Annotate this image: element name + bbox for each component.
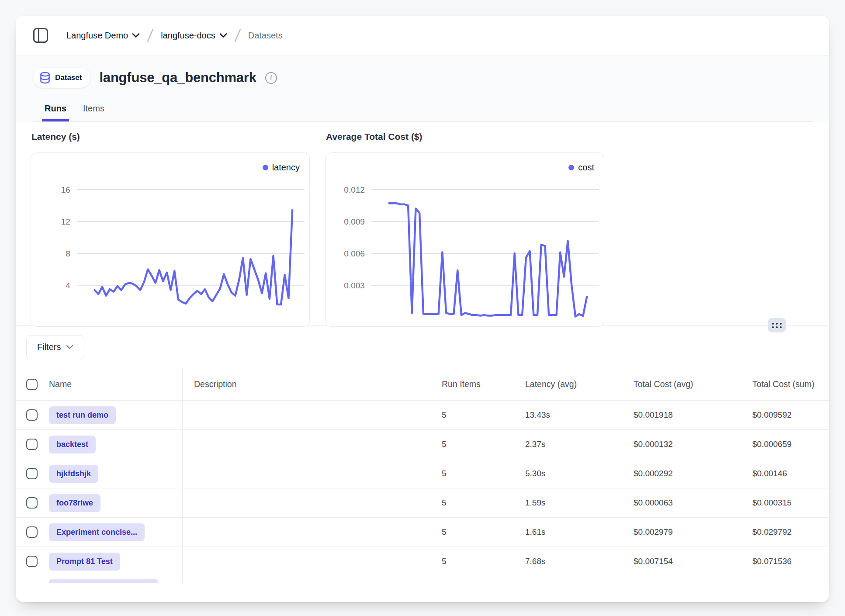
y-axis-tick-label: 8 [66, 249, 70, 258]
run-latency-avg: 5.30s [525, 469, 634, 478]
run-total-cost-sum: $0.000315 [752, 498, 829, 508]
sidebar-toggle-icon[interactable] [33, 28, 48, 43]
run-total-cost-avg: $0.007154 [634, 557, 752, 566]
run-total-cost-avg: $0.001918 [634, 410, 752, 420]
table-row[interactable]: Prompt 81 Test57.68s$0.007154$0.071536 [16, 547, 829, 576]
y-axis-tick-label: 0.012 [344, 185, 364, 194]
column-header-total-cost-sum: Total Cost (sum) [752, 379, 829, 389]
dataset-header: Dataset langfuse_qa_benchmark i Runs Ite… [16, 55, 829, 122]
run-total-cost-avg: $0.000292 [634, 469, 752, 478]
grip-dots-icon [772, 323, 782, 328]
run-name-badge[interactable]: Experiment concise... [49, 523, 145, 541]
y-axis-tick-label: 0.009 [344, 217, 364, 226]
column-header-name: Name [42, 368, 183, 400]
latency-chart-block: Latency (s) 481216 latency [31, 132, 310, 327]
legend-label: cost [578, 163, 594, 173]
table-row[interactable]: backtest52.37s$0.000132$0.000659 [16, 430, 829, 459]
y-axis-tick-label: 12 [61, 217, 70, 226]
info-icon[interactable]: i [265, 72, 277, 84]
cost-chart: 0.0030.0060.0090.012 cost [325, 152, 604, 327]
filters-button[interactable]: Filters [26, 335, 84, 359]
chevron-down-icon [219, 33, 227, 38]
run-name-badge[interactable]: backtest [49, 436, 96, 453]
run-name-badge[interactable]: hjkfdshjk [49, 465, 98, 483]
y-axis-tick-label: 0.003 [344, 281, 364, 290]
breadcrumb-org-label: Langfuse Demo [66, 31, 128, 41]
run-items-count: 5 [442, 498, 525, 508]
select-all-checkbox[interactable] [26, 379, 38, 390]
cost-chart-title: Average Total Cost ($) [326, 132, 604, 142]
breadcrumb-page-label: Datasets [248, 31, 283, 41]
run-items-count: 5 [442, 440, 525, 449]
run-items-count: 5 [442, 557, 525, 566]
panel-resize-handle[interactable] [768, 318, 786, 332]
run-latency-avg: 1.61s [525, 527, 634, 537]
top-navigation-bar: Langfuse Demo langfuse-docs Datasets [16, 16, 829, 55]
breadcrumb-org[interactable]: Langfuse Demo [66, 31, 140, 41]
table-row[interactable]: test run demo513.43s$0.001918$0.009592 [16, 401, 829, 430]
table-row[interactable]: Experiment concise...51.61s$0.002979$0.0… [16, 518, 829, 547]
breadcrumb: Langfuse Demo langfuse-docs Datasets [66, 28, 283, 43]
runs-table: Name Description Run Items Latency (avg)… [16, 368, 829, 583]
cost-line [389, 203, 587, 316]
tab-bar: Runs Items [33, 101, 812, 122]
latency-chart: 481216 latency [31, 152, 310, 327]
latency-line-plot: 481216 [31, 153, 309, 326]
run-items-count: 5 [442, 410, 525, 420]
breadcrumb-separator [146, 28, 155, 43]
run-total-cost-sum: $0.000659 [752, 440, 829, 449]
cost-legend: cost [568, 163, 594, 173]
table-row-partial [16, 576, 829, 583]
latency-chart-title: Latency (s) [31, 132, 310, 142]
page-title: langfuse_qa_benchmark [99, 70, 256, 86]
column-header-total-cost-avg: Total Cost (avg) [634, 379, 752, 389]
latency-line [95, 210, 293, 305]
cost-line-plot: 0.0030.0060.0090.012 [326, 153, 604, 326]
row-checkbox[interactable] [26, 526, 38, 538]
run-total-cost-avg: $0.000063 [634, 498, 752, 508]
breadcrumb-project-label: langfuse-docs [161, 31, 215, 41]
row-checkbox[interactable] [26, 409, 38, 421]
run-total-cost-avg: $0.002979 [634, 527, 752, 537]
dataset-type-label: Dataset [55, 73, 82, 82]
run-items-count: 5 [442, 469, 525, 478]
run-total-cost-sum: $0.009592 [752, 410, 829, 420]
chevron-down-icon [132, 33, 140, 38]
column-header-latency-avg: Latency (avg) [525, 379, 634, 389]
run-latency-avg: 13.43s [525, 410, 634, 420]
legend-label: latency [272, 163, 300, 173]
row-checkbox[interactable] [26, 556, 38, 567]
run-name-badge[interactable]: foo78riwe [49, 494, 100, 512]
table-header-row: Name Description Run Items Latency (avg)… [16, 368, 829, 401]
cost-chart-block: Average Total Cost ($) 0.0030.0060.0090.… [325, 132, 604, 327]
column-header-run-items: Run Items [442, 379, 525, 389]
breadcrumb-page[interactable]: Datasets [248, 31, 283, 41]
table-row[interactable]: hjkfdshjk55.30s$0.000292$0.00146 [16, 459, 829, 488]
run-latency-avg: 7.68s [525, 557, 634, 566]
tab-runs[interactable]: Runs [44, 101, 67, 121]
row-checkbox[interactable] [26, 468, 38, 479]
run-items-count: 5 [442, 527, 525, 537]
filters-button-label: Filters [37, 342, 61, 352]
run-total-cost-avg: $0.000132 [634, 440, 752, 449]
run-name-badge[interactable]: test run demo [49, 406, 116, 424]
database-icon [39, 72, 51, 84]
row-checkbox[interactable] [26, 439, 38, 450]
run-total-cost-sum: $0.029792 [752, 527, 829, 537]
y-axis-tick-label: 4 [66, 281, 70, 290]
app-window: Langfuse Demo langfuse-docs Datasets [16, 16, 829, 602]
breadcrumb-project[interactable]: langfuse-docs [161, 31, 227, 41]
table-row[interactable]: foo78riwe51.59s$0.000063$0.000315 [16, 488, 829, 518]
column-header-description: Description [183, 379, 442, 389]
breadcrumb-separator [233, 28, 242, 43]
row-checkbox[interactable] [26, 497, 38, 509]
run-latency-avg: 2.37s [525, 440, 634, 449]
latency-legend: latency [263, 163, 300, 173]
dataset-type-pill: Dataset [33, 68, 90, 88]
tab-items[interactable]: Items [82, 101, 105, 121]
run-name-badge[interactable]: Prompt 81 Test [49, 553, 120, 571]
run-total-cost-sum: $0.00146 [752, 469, 829, 478]
y-axis-tick-label: 16 [61, 185, 70, 194]
table-body: test run demo513.43s$0.001918$0.009592ba… [16, 401, 829, 583]
y-axis-tick-label: 0.006 [344, 249, 364, 258]
